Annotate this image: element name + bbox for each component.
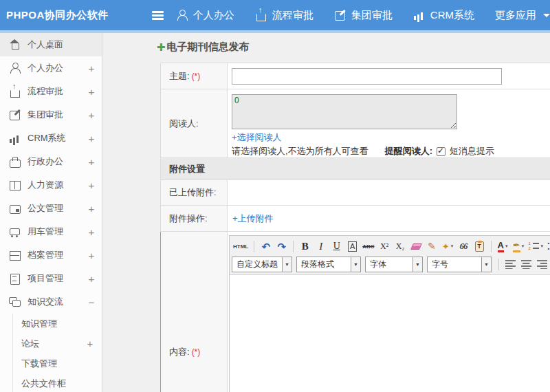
collapse-icon[interactable]: − — [81, 296, 102, 308]
sidebar-subitem-forum[interactable]: 论坛+ — [13, 334, 102, 353]
sidebar-item-crm-system[interactable]: CRM系统+ — [0, 127, 102, 150]
sidebar-item-knowledge-exchange[interactable]: 知识交流− — [0, 290, 102, 314]
top-header: PHPOA协同办公软件 个人办公流程审批集团审批CRM系统更多应用 — [0, 0, 550, 30]
expand-icon[interactable]: + — [81, 226, 102, 238]
nav-label: 个人办公 — [193, 9, 234, 22]
readers-textarea[interactable]: 0 — [232, 94, 457, 129]
sidebar-item-vehicle-mgmt[interactable]: 用车管理+ — [0, 220, 102, 243]
font-color-icon-glyph: A — [498, 241, 504, 252]
page-title-text: 电子期刊信息发布 — [167, 41, 250, 54]
expand-icon[interactable]: + — [81, 273, 102, 285]
nav-item-crm-system[interactable]: CRM系统 — [413, 9, 474, 22]
nav-item-personal-office[interactable]: 个人办公 — [176, 9, 234, 22]
redo-icon[interactable]: ↷ — [274, 239, 289, 254]
font-size-select[interactable]: 字号▼ — [427, 257, 492, 272]
quick-format-icon-glyph: ✦ — [442, 241, 450, 252]
main-content: ✚ 电子期刊信息发布 主题: (*) 阅读人: 0 +选择阅读人 — [102, 33, 550, 392]
dropdown-caret-icon: ▼ — [282, 257, 292, 272]
upload-attachment-link[interactable]: +上传附件 — [232, 213, 550, 225]
sidebar-item-archive-mgmt[interactable]: 档案管理+ — [0, 243, 102, 267]
sidebar-subitem-public-file-cabinet[interactable]: 公共文件柜 — [13, 373, 102, 392]
align-left-icon[interactable] — [503, 257, 518, 272]
paragraph-format-select[interactable]: 段落格式▼ — [296, 257, 361, 272]
toolbar-row-1: HTML↶↷BIUAABCX²X₂✎✦▾66TA▾✒▾▾ — [232, 237, 550, 255]
font-style-icon[interactable]: A — [345, 239, 360, 254]
user-icon — [176, 10, 188, 21]
superscript-icon[interactable]: X² — [377, 239, 392, 254]
toolbar-separator — [254, 241, 254, 252]
nav-label: 更多应用 — [495, 9, 536, 22]
font-size-select-label: 字号 — [428, 259, 481, 270]
align-right-icon[interactable] — [535, 257, 549, 272]
caret-down-icon — [543, 14, 550, 17]
user-icon — [9, 63, 21, 74]
nav-item-group-approval[interactable]: 集团审批 — [334, 9, 393, 22]
font-family-select[interactable]: 字体▼ — [365, 257, 423, 272]
sidebar-item-group-approval[interactable]: 集团审批+ — [0, 103, 102, 127]
align-center-icon[interactable] — [519, 257, 534, 272]
format-brush-icon[interactable]: ✎ — [425, 239, 439, 254]
subscript-icon[interactable]: X₂ — [393, 239, 408, 254]
content-label: 内容: (*) — [161, 232, 228, 392]
pick-readers-link[interactable]: +选择阅读人 — [232, 131, 550, 144]
bullet-list-icon — [548, 241, 550, 251]
sidebar-item-label: 知识交流 — [28, 296, 81, 308]
bullet-list-icon[interactable] — [546, 239, 550, 254]
undo-icon[interactable]: ↶ — [258, 239, 273, 254]
underline-icon[interactable]: U — [329, 239, 344, 254]
ordered-list-icon[interactable]: ▾ — [527, 239, 545, 254]
italic-icon[interactable]: I — [314, 239, 328, 254]
sidebar-item-document-mgmt[interactable]: 公文管理+ — [0, 197, 102, 220]
sidebar-subitem-label: 下载管理 — [21, 358, 102, 370]
sidebar-subitem-knowledge-mgmt[interactable]: 知识管理 — [13, 314, 102, 334]
sidebar-item-human-resources[interactable]: 人力资源+ — [0, 173, 102, 197]
submenu-knowledge-exchange: 知识管理论坛+下载管理公共文件柜 — [12, 314, 102, 392]
book-icon — [9, 179, 21, 190]
expand-icon[interactable]: + — [81, 250, 102, 261]
nav-item-workflow-approval[interactable]: 流程审批 — [255, 9, 314, 22]
strikethrough-icon[interactable]: ABC — [361, 239, 375, 254]
bold-icon[interactable]: B — [298, 239, 312, 254]
custom-heading-select[interactable]: 自定义标题▼ — [232, 257, 292, 272]
expand-icon[interactable]: + — [81, 109, 102, 121]
chart-icon — [413, 10, 425, 21]
content-row: 内容: (*) HTML↶↷BIUAABCX²X₂✎✦▾66TA▾✒▾▾ 自定义… — [160, 232, 550, 392]
chat-icon — [9, 296, 21, 307]
sms-checkbox[interactable] — [437, 147, 446, 156]
sidebar-item-admin-office[interactable]: 行政办公+ — [0, 150, 102, 173]
archive-icon — [9, 250, 21, 261]
sidebar-item-workflow-approval[interactable]: 流程审批+ — [0, 80, 102, 103]
expand-icon[interactable]: + — [81, 203, 102, 215]
highlight-color-icon-glyph: ✒ — [513, 241, 520, 252]
sidebar-item-personal-office[interactable]: 个人办公+ — [0, 56, 102, 80]
subject-input[interactable] — [232, 68, 502, 85]
dropdown-caret-icon: ▾ — [505, 243, 508, 249]
sidebar-item-label: 项目管理 — [28, 272, 81, 285]
editor-toolbar: HTML↶↷BIUAABCX²X₂✎✦▾66TA▾✒▾▾ 自定义标题▼段落格式▼… — [230, 236, 550, 275]
source-code-icon[interactable]: HTML — [232, 239, 250, 254]
hamburger-icon[interactable] — [151, 10, 154, 20]
nav-item-more-apps[interactable]: 更多应用 — [495, 9, 550, 22]
expand-icon[interactable]: + — [81, 156, 102, 168]
eraser-icon[interactable] — [409, 239, 424, 254]
sidebar-subitem-label: 公共文件柜 — [21, 378, 102, 390]
align-center-icon — [521, 259, 531, 269]
sidebar-subitem-download-mgmt[interactable]: 下载管理 — [13, 353, 102, 373]
expand-icon[interactable]: + — [81, 179, 102, 191]
font-color-icon[interactable]: A▾ — [496, 239, 510, 254]
highlight-color-icon[interactable]: ✒▾ — [512, 239, 526, 254]
readers-hint: 请选择阅读人,不选为所有人可查看 — [232, 145, 368, 157]
align-right-icon — [537, 259, 547, 269]
paste-text-icon[interactable]: T — [472, 239, 487, 254]
expand-icon[interactable]: + — [81, 86, 102, 98]
quick-format-icon[interactable]: ✦▾ — [441, 239, 455, 254]
paste-text-icon: T — [475, 241, 484, 252]
sidebar-item-personal-desktop[interactable]: 个人桌面 — [0, 33, 102, 56]
editor-body[interactable] — [230, 275, 550, 392]
expand-icon[interactable]: + — [78, 338, 102, 349]
expand-icon[interactable]: + — [81, 133, 102, 144]
toolbar-separator — [293, 241, 294, 252]
sidebar-item-project-mgmt[interactable]: 项目管理+ — [0, 267, 102, 290]
blockquote-icon[interactable]: 66 — [456, 239, 471, 254]
expand-icon[interactable]: + — [81, 63, 102, 74]
